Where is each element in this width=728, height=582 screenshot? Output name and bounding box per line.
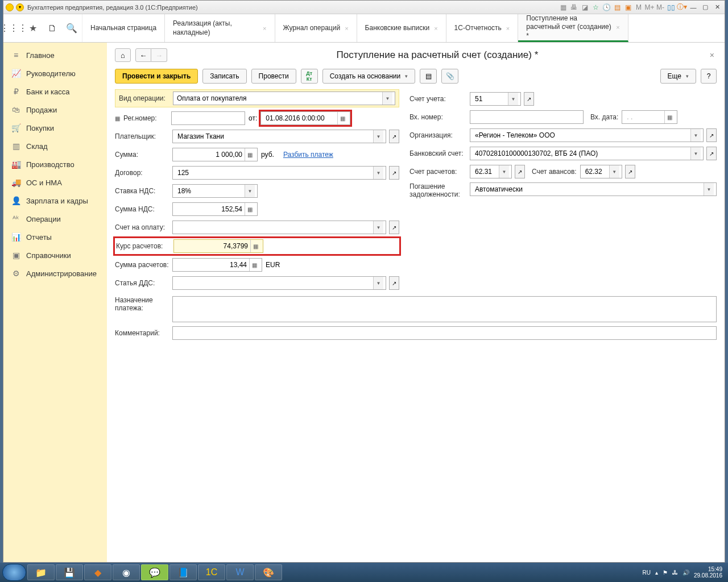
task-paint[interactable]: 🎨 (255, 564, 282, 580)
calendar-picker-icon[interactable]: ▦ (337, 112, 348, 124)
minimize-button[interactable]: — (688, 3, 698, 12)
sidebar-item-ref[interactable]: ▣Справочники (3, 246, 107, 264)
payer-value[interactable]: Магазин Ткани (175, 132, 373, 140)
post-button[interactable]: Провести (251, 69, 296, 84)
dropdown-icon[interactable]: ▼ (690, 147, 701, 160)
task-explorer[interactable]: 📁 (27, 564, 55, 580)
tab-close-icon[interactable]: × (434, 25, 437, 32)
home-button[interactable]: ⌂ (115, 48, 131, 62)
tray-clock[interactable]: 15:49 29.08.2016 (694, 566, 722, 579)
open-ref-button[interactable]: ↗ (389, 130, 399, 143)
vat-rate-value[interactable]: 18% (175, 187, 245, 195)
memory-m-button[interactable]: M (634, 3, 643, 12)
dropdown-icon[interactable]: ▼ (690, 129, 701, 142)
open-ref-button[interactable]: ↗ (706, 147, 717, 160)
tab-postuplenie-active[interactable]: Поступление на расчетный счет (создание)… (518, 14, 628, 42)
open-ref-button[interactable]: ↗ (524, 92, 534, 106)
toolbar-icon-1[interactable]: ▦ (559, 3, 568, 12)
task-skype[interactable]: 💬 (141, 564, 168, 580)
save-button[interactable]: Записать (202, 69, 246, 84)
sidebar-item-main[interactable]: ≡Главное (3, 46, 107, 64)
forward-button[interactable]: → (151, 48, 167, 62)
tab-bank[interactable]: Банковские выписки× (357, 14, 446, 42)
dropdown-icon[interactable]: ▼ (373, 277, 383, 289)
star-icon[interactable]: ☆ (591, 3, 600, 12)
tab-report[interactable]: 1С-Отчетность× (446, 14, 519, 42)
reg-input[interactable] (171, 111, 245, 125)
history-icon[interactable]: 🕓 (602, 3, 611, 12)
dropdown-icon[interactable]: ▼ (245, 185, 255, 197)
sidebar-item-bank[interactable]: ₽Банк и касса (3, 82, 107, 101)
page-close-button[interactable]: × (708, 51, 717, 60)
favorite-star-icon[interactable]: ★ (27, 23, 39, 34)
task-chrome[interactable]: ◉ (113, 564, 140, 580)
tab-journal[interactable]: Журнал операций× (275, 14, 357, 42)
account-value[interactable]: 51 (473, 95, 508, 103)
search-icon[interactable]: 🔍 (66, 23, 77, 34)
sidebar-item-purchases[interactable]: 🛒Покупки (3, 119, 107, 137)
panels-icon[interactable]: ▯▯ (667, 3, 676, 12)
sidebar-item-manager[interactable]: 📈Руководителю (3, 64, 107, 82)
calculator-icon[interactable]: ▤ (613, 3, 622, 12)
attach-button[interactable]: 📎 (441, 69, 458, 84)
sidebar-item-production[interactable]: 🏭Производство (3, 155, 107, 173)
vx-date-value[interactable]: . . (624, 113, 664, 121)
close-button[interactable]: ✕ (712, 3, 722, 12)
sum-value[interactable]: 1 000,00 (175, 151, 245, 159)
advance-acc-value[interactable]: 62.32 (583, 168, 609, 176)
dropdown-icon[interactable]: ▼ (508, 93, 518, 105)
tray-lang[interactable]: RU (642, 569, 650, 576)
dropdown-icon[interactable]: ▼ (609, 165, 619, 178)
open-ref-button[interactable]: ↗ (625, 165, 635, 178)
clipboard-icon[interactable]: 🗋 (47, 23, 58, 34)
sidebar-item-salary[interactable]: 👤Зарплата и кадры (3, 192, 107, 210)
help-button[interactable]: ? (701, 69, 717, 84)
tab-close-icon[interactable]: × (263, 25, 266, 32)
task-excel[interactable]: ◆ (84, 564, 111, 580)
task-save[interactable]: 💾 (56, 564, 83, 580)
vx-number-input[interactable] (470, 110, 584, 124)
date-value[interactable]: 01.08.2016 0:00:00 (263, 114, 337, 122)
open-ref-button[interactable]: ↗ (706, 128, 717, 142)
rate-value[interactable]: 74,3799 (176, 242, 250, 250)
dropdown-icon[interactable]: ▼ (704, 183, 714, 196)
settle-acc-value[interactable]: 62.31 (473, 168, 499, 176)
calendar-picker-icon[interactable]: ▦ (664, 111, 675, 123)
dropdown-icon[interactable]: ▼ (373, 167, 383, 179)
open-ref-button[interactable]: ↗ (389, 221, 399, 234)
calculator-picker-icon[interactable]: ▦ (245, 203, 255, 215)
tray-network-icon[interactable]: 🖧 (672, 569, 678, 576)
memory-mplus-button[interactable]: M+ (645, 3, 654, 12)
calc-sum-value[interactable]: 13,44 (175, 261, 249, 269)
dropdown-icon[interactable]: ▼ (499, 165, 509, 178)
print-icon[interactable]: 🖶 (569, 3, 578, 12)
calculator-picker-icon[interactable]: ▦ (245, 148, 255, 161)
app-menu-dropdown[interactable]: ▾ (16, 3, 24, 11)
create-on-base-button[interactable]: Создать на основании (322, 69, 416, 84)
share-icon[interactable]: ◪ (580, 3, 589, 12)
vid-op-value[interactable]: Оплата от покупателя (176, 94, 382, 102)
tab-close-icon[interactable]: × (616, 24, 619, 31)
calendar-icon[interactable]: ▣ (623, 3, 632, 12)
tab-start[interactable]: Начальная страница (82, 14, 165, 42)
tab-close-icon[interactable]: × (345, 25, 348, 32)
start-button[interactable] (2, 564, 26, 581)
dropdown-icon[interactable]: ▼ (373, 130, 383, 143)
sidebar-item-admin[interactable]: ⚙Администрирование (3, 264, 107, 282)
more-button[interactable]: Еще (660, 69, 696, 84)
sidebar-item-stock[interactable]: ▥Склад (3, 137, 107, 155)
comment-input[interactable] (172, 326, 717, 340)
maximize-button[interactable]: ▢ (700, 3, 710, 12)
back-button[interactable]: ← (135, 48, 151, 62)
sidebar-item-operations[interactable]: ᴬᵏОперации (3, 210, 107, 228)
tray-sound-icon[interactable]: 🔊 (682, 569, 689, 576)
info-icon[interactable]: ⓘ▾ (677, 3, 686, 12)
open-ref-button[interactable]: ↗ (515, 165, 525, 178)
vat-sum-value[interactable]: 152,54 (175, 205, 245, 213)
dt-kt-button[interactable]: ДтКт (301, 69, 318, 84)
sidebar-item-os[interactable]: 🚚ОС и НМА (3, 173, 107, 192)
task-word[interactable]: W (226, 564, 254, 580)
tray-flag-icon[interactable]: ⚑ (663, 569, 668, 576)
task-app1[interactable]: 📘 (169, 564, 197, 580)
split-payment-link[interactable]: Разбить платеж (283, 151, 333, 159)
